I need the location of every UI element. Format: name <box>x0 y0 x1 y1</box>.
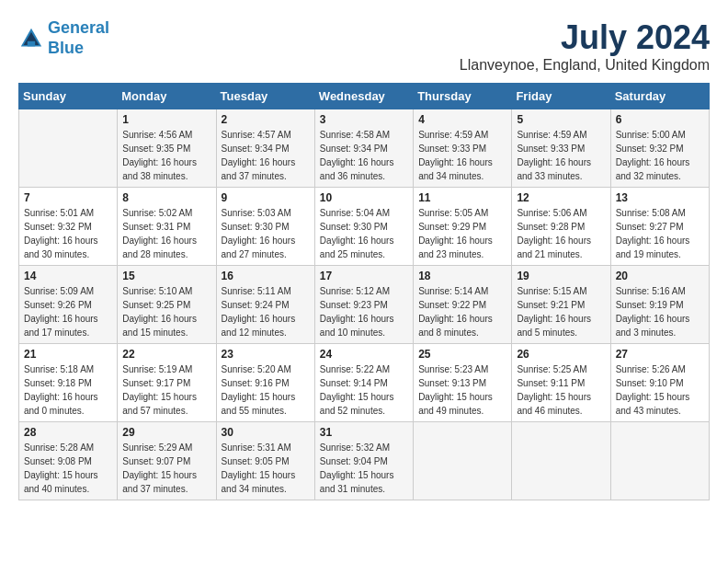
calendar-cell: 9Sunrise: 5:03 AMSunset: 9:30 PMDaylight… <box>216 188 314 266</box>
day-info: Sunrise: 5:09 AMSunset: 9:26 PMDaylight:… <box>24 284 112 339</box>
day-info: Sunrise: 4:59 AMSunset: 9:33 PMDaylight:… <box>418 128 506 183</box>
header-friday: Friday <box>512 84 610 109</box>
calendar-cell: 6Sunrise: 5:00 AMSunset: 9:32 PMDaylight… <box>610 109 709 188</box>
day-number: 5 <box>517 113 605 126</box>
day-info: Sunrise: 5:31 AMSunset: 9:05 PMDaylight:… <box>222 441 310 496</box>
calendar-cell <box>512 422 610 500</box>
day-info: Sunrise: 5:18 AMSunset: 9:18 PMDaylight:… <box>24 362 112 418</box>
day-number: 16 <box>222 270 310 282</box>
day-number: 18 <box>418 270 506 282</box>
calendar-cell: 21Sunrise: 5:18 AMSunset: 9:18 PMDayligh… <box>19 344 118 422</box>
logo: General Blue <box>18 18 109 58</box>
day-number: 25 <box>418 348 506 361</box>
day-number: 8 <box>122 191 210 204</box>
header-wednesday: Wednesday <box>314 84 413 109</box>
calendar-cell: 26Sunrise: 5:25 AMSunset: 9:11 PMDayligh… <box>512 344 610 422</box>
calendar-cell: 15Sunrise: 5:10 AMSunset: 9:25 PMDayligh… <box>118 266 216 344</box>
calendar-cell: 29Sunrise: 5:29 AMSunset: 9:07 PMDayligh… <box>118 422 216 500</box>
day-number: 17 <box>320 270 408 282</box>
day-number: 3 <box>320 113 408 126</box>
day-info: Sunrise: 5:04 AMSunset: 9:30 PMDaylight:… <box>320 206 408 261</box>
day-number: 19 <box>517 270 605 282</box>
calendar-cell: 27Sunrise: 5:26 AMSunset: 9:10 PMDayligh… <box>610 344 709 422</box>
day-info: Sunrise: 5:12 AMSunset: 9:23 PMDaylight:… <box>320 284 408 339</box>
logo-icon <box>18 26 44 52</box>
day-number: 22 <box>122 348 210 361</box>
calendar-cell: 20Sunrise: 5:16 AMSunset: 9:19 PMDayligh… <box>610 266 709 344</box>
header-monday: Monday <box>118 84 216 109</box>
calendar-week-3: 14Sunrise: 5:09 AMSunset: 9:26 PMDayligh… <box>19 266 710 344</box>
header-tuesday: Tuesday <box>216 84 314 109</box>
calendar-cell: 19Sunrise: 5:15 AMSunset: 9:21 PMDayligh… <box>512 266 610 344</box>
day-number: 4 <box>418 113 506 126</box>
calendar-cell: 14Sunrise: 5:09 AMSunset: 9:26 PMDayligh… <box>19 266 118 344</box>
calendar-cell: 22Sunrise: 5:19 AMSunset: 9:17 PMDayligh… <box>118 344 216 422</box>
day-info: Sunrise: 5:28 AMSunset: 9:08 PMDaylight:… <box>24 441 112 496</box>
header-saturday: Saturday <box>610 84 709 109</box>
logo-line1: General <box>48 18 109 37</box>
calendar-table: SundayMondayTuesdayWednesdayThursdayFrid… <box>18 83 710 500</box>
day-info: Sunrise: 5:23 AMSunset: 9:13 PMDaylight:… <box>418 362 506 418</box>
calendar-cell: 4Sunrise: 4:59 AMSunset: 9:33 PMDaylight… <box>414 109 512 188</box>
day-info: Sunrise: 5:05 AMSunset: 9:29 PMDaylight:… <box>418 206 506 261</box>
calendar-cell: 3Sunrise: 4:58 AMSunset: 9:34 PMDaylight… <box>314 109 413 188</box>
day-number: 31 <box>320 426 408 439</box>
day-info: Sunrise: 5:01 AMSunset: 9:32 PMDaylight:… <box>24 206 112 261</box>
calendar-cell: 23Sunrise: 5:20 AMSunset: 9:16 PMDayligh… <box>216 344 314 422</box>
day-number: 26 <box>517 348 605 361</box>
calendar-cell: 13Sunrise: 5:08 AMSunset: 9:27 PMDayligh… <box>610 188 709 266</box>
day-info: Sunrise: 5:16 AMSunset: 9:19 PMDaylight:… <box>616 284 704 339</box>
calendar-cell: 24Sunrise: 5:22 AMSunset: 9:14 PMDayligh… <box>314 344 413 422</box>
day-number: 23 <box>222 348 310 361</box>
calendar-cell <box>414 422 512 500</box>
day-number: 10 <box>320 191 408 204</box>
day-info: Sunrise: 5:20 AMSunset: 9:16 PMDaylight:… <box>222 362 310 418</box>
calendar-cell: 16Sunrise: 5:11 AMSunset: 9:24 PMDayligh… <box>216 266 314 344</box>
day-number: 24 <box>320 348 408 361</box>
day-info: Sunrise: 5:19 AMSunset: 9:17 PMDaylight:… <box>122 362 210 418</box>
day-number: 29 <box>122 426 210 439</box>
calendar-cell: 31Sunrise: 5:32 AMSunset: 9:04 PMDayligh… <box>314 422 413 500</box>
header-sunday: Sunday <box>19 84 118 109</box>
day-number: 6 <box>616 113 704 126</box>
day-info: Sunrise: 5:08 AMSunset: 9:27 PMDaylight:… <box>616 206 704 261</box>
calendar-cell: 1Sunrise: 4:56 AMSunset: 9:35 PMDaylight… <box>118 109 216 188</box>
day-number: 12 <box>517 191 605 204</box>
calendar-cell <box>610 422 709 500</box>
day-info: Sunrise: 5:22 AMSunset: 9:14 PMDaylight:… <box>320 362 408 418</box>
day-info: Sunrise: 5:14 AMSunset: 9:22 PMDaylight:… <box>418 284 506 339</box>
calendar-cell <box>19 109 118 188</box>
day-info: Sunrise: 5:10 AMSunset: 9:25 PMDaylight:… <box>122 284 210 339</box>
title-block: July 2024 Llanveynoe, England, United Ki… <box>460 18 710 74</box>
calendar-cell: 7Sunrise: 5:01 AMSunset: 9:32 PMDaylight… <box>19 188 118 266</box>
calendar-header-row: SundayMondayTuesdayWednesdayThursdayFrid… <box>19 84 710 109</box>
calendar-cell: 10Sunrise: 5:04 AMSunset: 9:30 PMDayligh… <box>314 188 413 266</box>
day-number: 21 <box>24 348 112 361</box>
day-number: 11 <box>418 191 506 204</box>
day-info: Sunrise: 4:56 AMSunset: 9:35 PMDaylight:… <box>122 128 210 183</box>
calendar-cell: 28Sunrise: 5:28 AMSunset: 9:08 PMDayligh… <box>19 422 118 500</box>
day-info: Sunrise: 5:15 AMSunset: 9:21 PMDaylight:… <box>517 284 605 339</box>
calendar-cell: 12Sunrise: 5:06 AMSunset: 9:28 PMDayligh… <box>512 188 610 266</box>
day-info: Sunrise: 5:02 AMSunset: 9:31 PMDaylight:… <box>122 206 210 261</box>
calendar-week-1: 1Sunrise: 4:56 AMSunset: 9:35 PMDaylight… <box>19 109 710 188</box>
month-title: July 2024 <box>460 18 710 57</box>
logo-text: General Blue <box>48 18 109 58</box>
day-info: Sunrise: 4:58 AMSunset: 9:34 PMDaylight:… <box>320 128 408 183</box>
calendar-week-2: 7Sunrise: 5:01 AMSunset: 9:32 PMDaylight… <box>19 188 710 266</box>
calendar-cell: 25Sunrise: 5:23 AMSunset: 9:13 PMDayligh… <box>414 344 512 422</box>
day-number: 13 <box>616 191 704 204</box>
calendar-cell: 17Sunrise: 5:12 AMSunset: 9:23 PMDayligh… <box>314 266 413 344</box>
calendar-cell: 30Sunrise: 5:31 AMSunset: 9:05 PMDayligh… <box>216 422 314 500</box>
day-number: 28 <box>24 426 112 439</box>
header-thursday: Thursday <box>414 84 512 109</box>
day-number: 1 <box>122 113 210 126</box>
day-info: Sunrise: 5:29 AMSunset: 9:07 PMDaylight:… <box>122 441 210 496</box>
day-info: Sunrise: 5:32 AMSunset: 9:04 PMDaylight:… <box>320 441 408 496</box>
day-info: Sunrise: 5:11 AMSunset: 9:24 PMDaylight:… <box>222 284 310 339</box>
day-number: 27 <box>616 348 704 361</box>
calendar-cell: 18Sunrise: 5:14 AMSunset: 9:22 PMDayligh… <box>414 266 512 344</box>
location: Llanveynoe, England, United Kingdom <box>460 57 710 74</box>
calendar-cell: 5Sunrise: 4:59 AMSunset: 9:33 PMDaylight… <box>512 109 610 188</box>
day-info: Sunrise: 4:59 AMSunset: 9:33 PMDaylight:… <box>517 128 605 183</box>
